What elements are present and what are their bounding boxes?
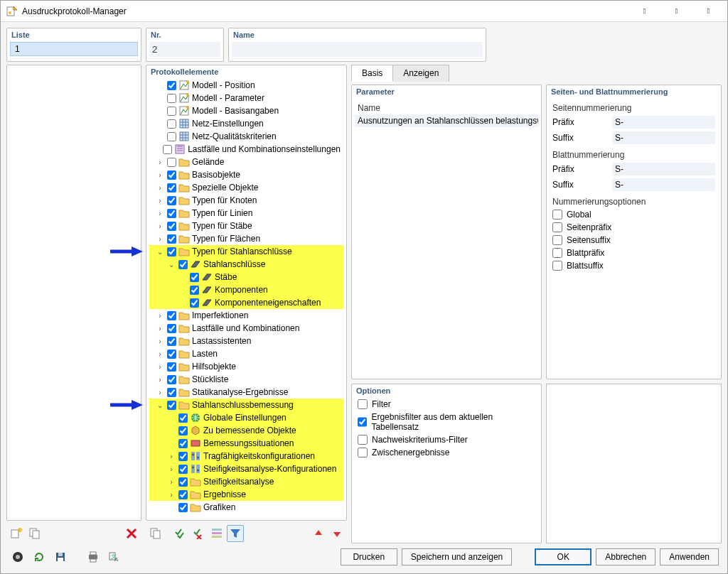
- tree-row[interactable]: ›Typen für Stäbe: [149, 220, 343, 232]
- tree-row[interactable]: ⌄Stahlanschlussbemessung: [149, 399, 343, 411]
- twist-icon[interactable]: [155, 131, 165, 141]
- twist-icon[interactable]: [178, 298, 188, 308]
- liste-item[interactable]: 1: [10, 42, 138, 56]
- option-checkbox[interactable]: [358, 399, 368, 409]
- numopt-checkbox[interactable]: [552, 248, 562, 258]
- help-icon[interactable]: [9, 548, 26, 565]
- cancel-button[interactable]: Abbrechen: [596, 548, 655, 565]
- seite-prae-value[interactable]: S-: [612, 116, 715, 129]
- maximize-button[interactable]: : [660, 1, 692, 21]
- twist-icon[interactable]: [178, 272, 188, 282]
- tree-row[interactable]: ⌄Typen für Stahlanschlüsse: [149, 245, 343, 258]
- tree-row[interactable]: ›Stückliste: [149, 373, 343, 386]
- tree-row[interactable]: ›Statikanalyse-Ergebnisse: [149, 386, 343, 399]
- tree-row[interactable]: Netz-Qualitätskriterien: [149, 130, 343, 143]
- twist-icon[interactable]: [166, 426, 176, 435]
- ok-button[interactable]: OK: [535, 548, 592, 565]
- tree-checkbox[interactable]: [167, 222, 176, 231]
- twist-icon[interactable]: ›: [155, 221, 165, 231]
- twist-icon[interactable]: ›: [155, 170, 165, 180]
- blatt-prae-value[interactable]: S-: [612, 163, 715, 175]
- tree-checkbox[interactable]: [167, 119, 176, 129]
- twist-icon[interactable]: [166, 438, 176, 448]
- nr-field[interactable]: [149, 42, 220, 57]
- apply-button[interactable]: Anwenden: [660, 548, 719, 565]
- tree-row[interactable]: ›Gelände: [149, 156, 343, 168]
- tree-row[interactable]: ›Lasten: [149, 347, 343, 360]
- tree-checkbox[interactable]: [167, 337, 176, 346]
- twist-icon[interactable]: [155, 80, 165, 90]
- tree-row[interactable]: ›Hilfsobjekte: [149, 360, 343, 373]
- save-icon[interactable]: [52, 548, 69, 565]
- tree-checkbox[interactable]: [167, 401, 176, 410]
- name-field[interactable]: [232, 42, 483, 57]
- option-checkbox[interactable]: [358, 435, 368, 445]
- tree-checkbox[interactable]: [178, 477, 188, 487]
- tree-row[interactable]: Modell - Parameter: [149, 92, 343, 104]
- tree-checkbox[interactable]: [167, 81, 176, 90]
- twist-icon[interactable]: ›: [155, 208, 165, 218]
- print-button[interactable]: Drucken: [341, 548, 397, 565]
- twist-icon[interactable]: [155, 106, 165, 116]
- twist-icon[interactable]: [155, 119, 165, 129]
- tree-checkbox[interactable]: [167, 362, 176, 372]
- tree-checkbox[interactable]: [167, 94, 176, 103]
- tree-row[interactable]: Lastfälle und Kombinationseinstellungen: [149, 143, 343, 156]
- tree-row[interactable]: ›Imperfektionen: [149, 309, 343, 322]
- tree-checkbox[interactable]: [167, 170, 176, 180]
- tree-checkbox[interactable]: [190, 286, 199, 295]
- tree-opts-icon[interactable]: [208, 525, 225, 542]
- tree-checkbox[interactable]: [178, 426, 188, 435]
- tree-checkbox[interactable]: [167, 209, 176, 218]
- copy-struct-icon[interactable]: [147, 525, 164, 542]
- twist-icon[interactable]: [155, 93, 165, 103]
- twist-icon[interactable]: ›: [155, 310, 165, 320]
- option-checkbox[interactable]: [358, 417, 367, 427]
- tree-checkbox[interactable]: [167, 375, 176, 384]
- seite-suf-value[interactable]: S-: [612, 131, 715, 144]
- move-down-icon[interactable]: [328, 525, 346, 542]
- tree-checkbox[interactable]: [178, 452, 188, 461]
- twist-icon[interactable]: ›: [155, 157, 165, 167]
- tree-checkbox[interactable]: [167, 107, 176, 116]
- tree-row[interactable]: ›Basisobjekte: [149, 168, 343, 181]
- tree-checkbox[interactable]: [163, 145, 172, 154]
- numopt-checkbox[interactable]: [552, 222, 562, 232]
- tree-checkbox[interactable]: [167, 311, 176, 320]
- tab-basis[interactable]: Basis: [351, 65, 393, 82]
- print-icon[interactable]: [85, 548, 102, 565]
- tree-checkbox[interactable]: [190, 298, 199, 308]
- tree[interactable]: Modell - PositionModell - ParameterModel…: [146, 77, 346, 520]
- numopt-checkbox[interactable]: [552, 261, 562, 271]
- new-list-icon[interactable]: [8, 525, 25, 542]
- twist-icon[interactable]: ›: [155, 195, 165, 205]
- tree-row[interactable]: ›Typen für Linien: [149, 207, 343, 220]
- uncheckall-icon[interactable]: [190, 525, 207, 542]
- tree-row[interactable]: Komponenten: [149, 283, 343, 296]
- tree-checkbox[interactable]: [178, 503, 188, 512]
- twist-icon[interactable]: ›: [155, 234, 165, 244]
- twist-icon[interactable]: ⌄: [155, 247, 165, 256]
- twist-icon[interactable]: ⌄: [166, 259, 176, 269]
- move-up-icon[interactable]: [310, 525, 327, 542]
- delete-list-icon[interactable]: [123, 525, 140, 542]
- twist-icon[interactable]: [166, 413, 176, 423]
- twist-icon[interactable]: ›: [155, 336, 165, 346]
- tree-row[interactable]: Modell - Basisangaben: [149, 104, 343, 117]
- twist-icon[interactable]: [166, 502, 176, 512]
- twist-icon[interactable]: ›: [155, 183, 165, 193]
- tree-checkbox[interactable]: [178, 465, 188, 474]
- tree-row[interactable]: Zu bemessende Objekte: [149, 424, 343, 437]
- param-name-value[interactable]: Ausnutzungen an Stahlanschlüssen belastu…: [355, 114, 538, 127]
- tree-checkbox[interactable]: [190, 273, 199, 282]
- tab-anzeigen[interactable]: Anzeigen: [392, 65, 449, 82]
- twist-icon[interactable]: ⌄: [155, 400, 165, 410]
- tree-row[interactable]: ›Typen für Knoten: [149, 194, 343, 207]
- tree-row[interactable]: Stäbe: [149, 271, 343, 283]
- tree-row[interactable]: ›Ergebnisse: [149, 488, 343, 501]
- tree-row[interactable]: Komponenteneigenschaften: [149, 296, 343, 309]
- tree-row[interactable]: ›Lastfälle und Kombinationen: [149, 322, 343, 335]
- blatt-suf-value[interactable]: S-: [612, 178, 715, 191]
- tree-checkbox[interactable]: [167, 158, 176, 167]
- twist-icon[interactable]: ›: [155, 387, 165, 397]
